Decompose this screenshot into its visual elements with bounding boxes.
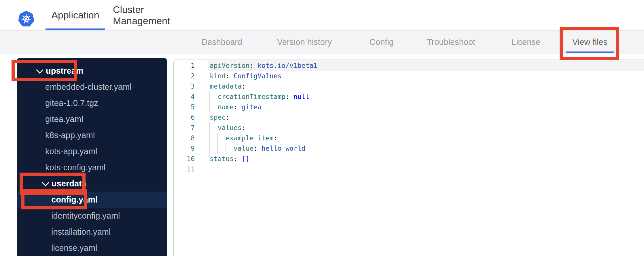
code-token: hello world (257, 145, 305, 152)
code-line-content[interactable] (208, 164, 644, 174)
tab-view-files-label: View files (572, 37, 607, 47)
chevron-down-icon (42, 179, 49, 186)
active-subtab-underline (566, 51, 614, 53)
code-token: : (226, 114, 230, 121)
file-name: license.yaml (51, 243, 97, 253)
top-navbar: Application Cluster Management (0, 0, 644, 30)
file-name: kots-config.yaml (45, 163, 106, 172)
line-number: 2 (174, 71, 195, 81)
line-number: 11 (174, 164, 195, 174)
indent-guide (225, 143, 226, 154)
code-editor[interactable]: 1apiVersion: kots.io/v1beta12kind: Confi… (173, 60, 644, 256)
code-token: value (234, 145, 253, 152)
indent-guide (209, 91, 210, 102)
code-token: ConfigValues (230, 72, 281, 80)
code-token: kind (210, 72, 226, 80)
code-token: : (253, 145, 257, 152)
folder-name: userdata (52, 179, 86, 188)
file-tree-item-installation.yaml[interactable]: installation.yaml (17, 224, 167, 240)
file-tree-item-license.yaml[interactable]: license.yaml (17, 240, 167, 256)
line-number: 9 (174, 143, 195, 154)
code-lines: 1apiVersion: kots.io/v1beta12kind: Confi… (174, 60, 644, 174)
code-token: spec (210, 114, 226, 121)
code-line-content[interactable]: kind: ConfigValues (208, 71, 644, 81)
code-token: : (234, 103, 238, 111)
tab-version-history[interactable]: Version history (277, 30, 332, 54)
file-tree-item-gitea-1.0.7.tgz[interactable]: gitea-1.0.7.tgz (17, 95, 167, 111)
code-token: {} (238, 155, 250, 163)
code-line-content[interactable]: creationTimestamp: null (208, 91, 644, 102)
code-line: 6spec: (174, 112, 644, 123)
code-line: 4 creationTimestamp: null (174, 91, 644, 102)
indent-guide (217, 133, 218, 143)
file-name: k8s-app.yaml (45, 131, 95, 140)
file-name: gitea.yaml (45, 114, 83, 124)
code-line-content[interactable]: example_item: (208, 133, 644, 143)
code-line-content[interactable]: name: gitea (208, 102, 644, 112)
indent-guide (217, 143, 218, 154)
code-line: 5 name: gitea (174, 102, 644, 112)
file-tree-folder-userdata[interactable]: userdata (17, 175, 167, 192)
line-number: 8 (174, 133, 195, 143)
code-token: status (210, 155, 234, 163)
kots-admin-console: Application Cluster Management Dashboard… (0, 0, 644, 256)
app-tab-bar: Dashboard Version history Config Trouble… (0, 30, 644, 54)
file-tree-item-config.yaml[interactable]: config.yaml (17, 192, 167, 208)
file-name: kots-app.yaml (45, 147, 97, 156)
tab-view-files[interactable]: View files (572, 30, 607, 54)
code-line: 2kind: ConfigValues (174, 71, 644, 81)
code-line-content[interactable]: value: hello world (208, 143, 644, 154)
file-tree-item-gitea.yaml[interactable]: gitea.yaml (17, 111, 167, 127)
file-tree: upstreamembedded-cluster.yamlgitea-1.0.7… (17, 63, 167, 256)
file-tree-folder-upstream[interactable]: upstream (17, 63, 167, 79)
code-token: : (274, 134, 278, 142)
tab-application-label: Application (51, 9, 99, 21)
file-tree-item-k8s-app.yaml[interactable]: k8s-app.yaml (17, 127, 167, 143)
tab-license[interactable]: License (512, 30, 540, 54)
kubernetes-logo-icon (18, 10, 34, 27)
code-token: gitea (238, 103, 262, 111)
line-number: 5 (174, 102, 195, 112)
code-token: creationTimestamp (218, 93, 285, 100)
tab-application[interactable]: Application (46, 0, 105, 30)
code-line: 8 example_item: (174, 133, 644, 143)
code-token: values (218, 124, 242, 131)
code-token: name (218, 103, 234, 111)
code-token: null (289, 93, 309, 100)
code-line-content[interactable]: status: {} (208, 154, 644, 164)
file-tree-item-embedded-cluster.yaml[interactable]: embedded-cluster.yaml (17, 79, 167, 95)
code-line-content[interactable]: spec: (208, 112, 644, 123)
code-line: 1apiVersion: kots.io/v1beta1 (174, 60, 644, 71)
file-tree-item-kots-config.yaml[interactable]: kots-config.yaml (17, 159, 167, 175)
tab-license-label: License (512, 37, 540, 47)
line-number: 1 (174, 60, 195, 71)
indent-guide (209, 133, 210, 143)
tab-cluster-management-label: Cluster Management (113, 4, 192, 26)
code-token: kots.io/v1beta1 (253, 62, 317, 69)
tab-dashboard-label: Dashboard (201, 37, 242, 47)
line-number: 10 (174, 154, 195, 164)
code-token: apiVersion (210, 62, 249, 69)
indent-guide (209, 102, 210, 112)
code-token: : (249, 62, 253, 69)
chevron-down-icon (36, 66, 43, 73)
code-token: : (234, 155, 238, 163)
code-line: 3metadata: (174, 81, 644, 91)
tab-config-label: Config (370, 37, 394, 47)
tab-version-history-label: Version history (277, 37, 332, 47)
line-number: 7 (174, 123, 195, 133)
code-line-content[interactable]: values: (208, 123, 644, 133)
line-number: 6 (174, 112, 195, 123)
code-line-content[interactable]: metadata: (208, 81, 644, 91)
tab-dashboard[interactable]: Dashboard (201, 30, 242, 54)
indent-guide (209, 143, 210, 154)
file-tree-item-kots-app.yaml[interactable]: kots-app.yaml (17, 143, 167, 159)
code-line-content[interactable]: apiVersion: kots.io/v1beta1 (208, 60, 644, 71)
line-number: 4 (174, 91, 195, 102)
tab-cluster-management[interactable]: Cluster Management (113, 0, 192, 30)
tab-config[interactable]: Config (370, 30, 394, 54)
indent-guide (209, 123, 210, 133)
file-tree-item-identityconfig.yaml[interactable]: identityconfig.yaml (17, 208, 167, 224)
tab-troubleshoot[interactable]: Troubleshoot (427, 30, 475, 54)
code-line: 11 (174, 164, 644, 174)
